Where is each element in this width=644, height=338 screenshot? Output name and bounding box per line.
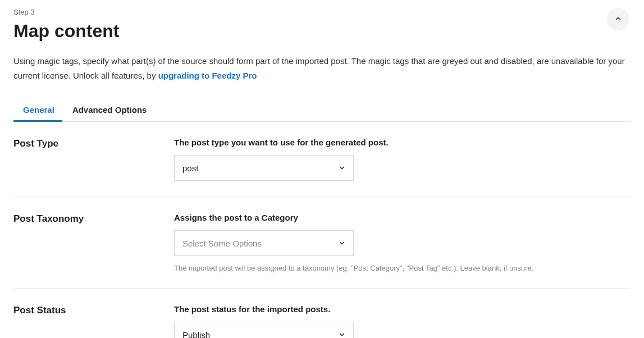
page-description: Using magic tags, specify what part(s) o… [13, 54, 631, 83]
step-label: Step 3 [13, 8, 119, 16]
chevron-up-icon [614, 15, 622, 24]
post-status-label: Post Status [13, 304, 174, 338]
post-taxonomy-hint: The imported post will be assigned to a … [174, 264, 631, 272]
description-text: Using magic tags, specify what part(s) o… [13, 56, 625, 80]
upgrade-link[interactable]: upgrading to Feedzy Pro [158, 71, 257, 80]
tabs: General Advanced Options [13, 98, 631, 122]
post-taxonomy-label: Post Taxonomy [13, 213, 174, 272]
post-type-label: Post Type [13, 138, 174, 181]
collapse-button[interactable] [607, 8, 629, 30]
post-status-desc: The post status for the imported posts. [174, 304, 631, 314]
post-type-select[interactable]: post [174, 155, 354, 181]
post-taxonomy-desc: Assigns the post to a Category [174, 213, 631, 222]
tab-advanced[interactable]: Advanced Options [72, 98, 147, 121]
field-post-type: Post Type The post type you want to use … [13, 122, 631, 197]
field-post-taxonomy: Post Taxonomy Assigns the post to a Cate… [13, 197, 631, 289]
page-title: Map content [13, 21, 119, 42]
post-type-desc: The post type you want to use for the ge… [174, 138, 631, 147]
field-post-status: Post Status The post status for the impo… [13, 289, 631, 338]
post-status-select[interactable]: Publish [174, 322, 354, 338]
tab-general[interactable]: General [23, 98, 54, 121]
post-taxonomy-select[interactable]: Select Some Options [174, 230, 354, 256]
